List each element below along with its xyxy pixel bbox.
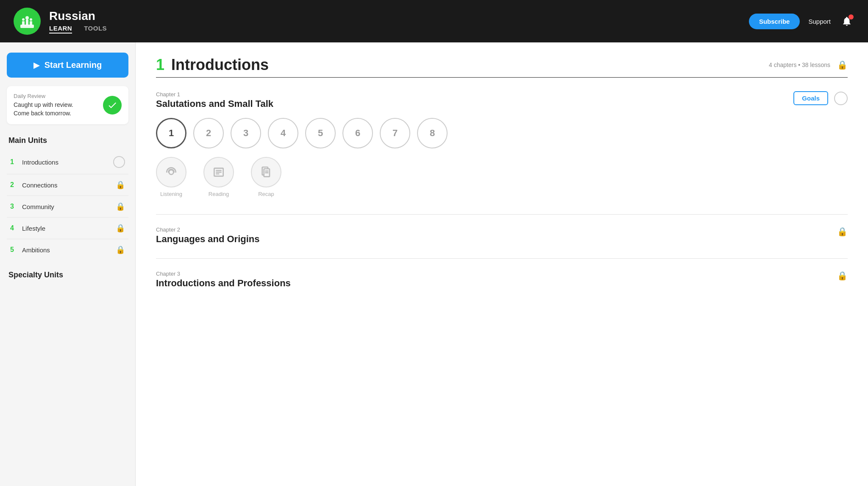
main-units-heading: Main Units bbox=[7, 136, 128, 145]
unit-name-5: Ambitions bbox=[22, 246, 116, 254]
start-learning-label: Start Learning bbox=[45, 60, 102, 70]
chapter-1-header-right: Goals bbox=[793, 91, 848, 105]
unit-name-3: Community bbox=[22, 203, 116, 210]
unit-list: 1 Introductions 2 Connections 🔒 3 Commun… bbox=[7, 150, 128, 260]
activity-listening[interactable]: Listening bbox=[156, 157, 186, 197]
chapter-2-label: Chapter 2 bbox=[156, 226, 837, 233]
play-icon: ▶ bbox=[33, 61, 39, 70]
lesson-circle-7[interactable]: 7 bbox=[380, 118, 410, 148]
lesson-circle-4[interactable]: 4 bbox=[268, 118, 298, 148]
chapter-1-divider bbox=[156, 214, 848, 215]
unit-header-number: 1 bbox=[156, 56, 164, 74]
unit-item-introductions[interactable]: 1 Introductions bbox=[7, 150, 128, 174]
content-area: 1 Introductions 4 chapters • 38 lessons … bbox=[136, 42, 868, 486]
lesson-circle-1[interactable]: 1 bbox=[156, 118, 186, 148]
start-learning-button[interactable]: ▶ Start Learning bbox=[7, 53, 128, 78]
unit-header-title: Introductions bbox=[171, 56, 769, 74]
unit-name-2: Connections bbox=[22, 182, 116, 189]
header-title-area: Russian LEARN TOOLS bbox=[49, 9, 740, 34]
unit-number-3: 3 bbox=[10, 203, 17, 210]
unit-number-2: 2 bbox=[10, 181, 17, 189]
lesson-circle-3[interactable]: 3 bbox=[231, 118, 261, 148]
app-title: Russian bbox=[49, 9, 740, 23]
main-layout: ▶ Start Learning Daily Review Caught up … bbox=[0, 42, 868, 486]
unit-item-lifestyle[interactable]: 4 Lifestyle 🔒 bbox=[7, 218, 128, 239]
chapter-1-status bbox=[834, 92, 848, 105]
reading-icon-circle bbox=[203, 157, 234, 187]
unit-lock-icon: 🔒 bbox=[837, 60, 848, 70]
chapter-3-section: Chapter 3 Introductions and Professions … bbox=[156, 271, 848, 289]
app-header: Russian LEARN TOOLS Subscribe Support bbox=[0, 0, 868, 42]
header-right: Subscribe Support bbox=[749, 14, 854, 29]
activity-reading[interactable]: Reading bbox=[203, 157, 234, 197]
unit-item-ambitions[interactable]: 5 Ambitions 🔒 bbox=[7, 239, 128, 260]
specialty-units-heading: Specialty Units bbox=[7, 271, 128, 279]
unit-status-1 bbox=[113, 156, 125, 168]
svg-rect-1 bbox=[22, 21, 25, 25]
unit-item-community[interactable]: 3 Community 🔒 bbox=[7, 196, 128, 218]
svg-point-7 bbox=[169, 170, 174, 175]
svg-point-6 bbox=[30, 18, 32, 21]
listening-icon-circle bbox=[156, 157, 186, 187]
chapter-3-label: Chapter 3 bbox=[156, 271, 837, 277]
chapter-2-section: Chapter 2 Languages and Origins 🔒 bbox=[156, 226, 848, 245]
unit-lock-3: 🔒 bbox=[116, 202, 125, 211]
activity-icons: Listening Reading bbox=[156, 157, 848, 197]
svg-point-4 bbox=[22, 18, 25, 21]
unit-lock-5: 🔒 bbox=[116, 245, 125, 254]
chapter-1-title: Salutations and Small Talk bbox=[156, 98, 793, 109]
unit-number-1: 1 bbox=[10, 158, 17, 166]
daily-review-text: Caught up with review. Come back tomorro… bbox=[14, 101, 97, 117]
chapter-1-info: Chapter 1 Salutations and Small Talk bbox=[156, 91, 793, 109]
goals-button[interactable]: Goals bbox=[793, 91, 828, 105]
unit-number-4: 4 bbox=[10, 224, 17, 232]
unit-divider bbox=[156, 77, 848, 78]
chapter-3-lock: 🔒 bbox=[837, 271, 848, 281]
unit-name-4: Lifestyle bbox=[22, 225, 116, 232]
svg-rect-2 bbox=[26, 20, 28, 25]
daily-review-label: Daily Review bbox=[14, 93, 97, 99]
chapter-3-info: Chapter 3 Introductions and Professions bbox=[156, 271, 837, 289]
chapter-2-info: Chapter 2 Languages and Origins bbox=[156, 226, 837, 245]
listening-label: Listening bbox=[160, 191, 182, 197]
unit-name-1: Introductions bbox=[22, 159, 113, 166]
unit-number-5: 5 bbox=[10, 246, 17, 254]
nav-tools[interactable]: TOOLS bbox=[84, 25, 107, 34]
app-logo[interactable] bbox=[14, 8, 41, 35]
daily-review-card: Daily Review Caught up with review. Come… bbox=[7, 86, 128, 124]
unit-lock-4: 🔒 bbox=[116, 223, 125, 233]
notifications-bell[interactable] bbox=[839, 14, 854, 29]
unit-header: 1 Introductions 4 chapters • 38 lessons … bbox=[156, 56, 848, 74]
unit-item-connections[interactable]: 2 Connections 🔒 bbox=[7, 174, 128, 196]
support-link[interactable]: Support bbox=[808, 18, 831, 25]
chapter-2-lock: 🔒 bbox=[837, 226, 848, 237]
recap-label: Recap bbox=[258, 191, 274, 197]
lesson-circle-6[interactable]: 6 bbox=[342, 118, 373, 148]
chapter-1-label: Chapter 1 bbox=[156, 91, 793, 98]
chapter-2-title: Languages and Origins bbox=[156, 234, 837, 245]
review-check-icon bbox=[103, 96, 122, 115]
lesson-circle-8[interactable]: 8 bbox=[417, 118, 448, 148]
chapter-3-title: Introductions and Professions bbox=[156, 278, 837, 289]
recap-icon-circle bbox=[251, 157, 281, 187]
chapter-2-divider bbox=[156, 258, 848, 259]
reading-label: Reading bbox=[209, 191, 229, 197]
unit-header-meta: 4 chapters • 38 lessons bbox=[769, 61, 830, 68]
main-nav: LEARN TOOLS bbox=[49, 25, 740, 34]
subscribe-button[interactable]: Subscribe bbox=[749, 14, 800, 29]
svg-rect-3 bbox=[30, 21, 32, 25]
svg-point-5 bbox=[25, 16, 29, 20]
lesson-circles: 1 2 3 4 5 6 7 8 bbox=[156, 118, 848, 148]
lesson-circle-2[interactable]: 2 bbox=[193, 118, 224, 148]
notification-badge bbox=[849, 14, 854, 20]
activity-recap[interactable]: Recap bbox=[251, 157, 281, 197]
chapter-1-section: Chapter 1 Salutations and Small Talk Goa… bbox=[156, 91, 848, 197]
lesson-circle-5[interactable]: 5 bbox=[305, 118, 336, 148]
sidebar: ▶ Start Learning Daily Review Caught up … bbox=[0, 42, 136, 486]
chapter-1-header: Chapter 1 Salutations and Small Talk Goa… bbox=[156, 91, 848, 109]
nav-learn[interactable]: LEARN bbox=[49, 25, 72, 34]
unit-lock-2: 🔒 bbox=[116, 180, 125, 190]
